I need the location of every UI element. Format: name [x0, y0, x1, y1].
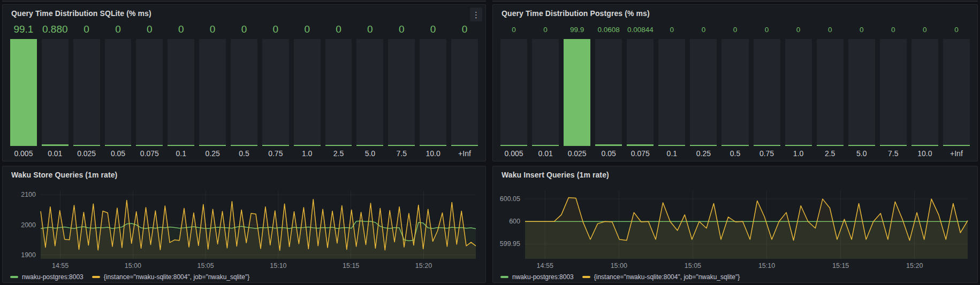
histogram-bucket: 02.5	[817, 22, 844, 160]
y-axis-tick-label: 600.05	[500, 195, 520, 203]
histogram-bucket: 99.90.025	[564, 22, 590, 160]
histogram-bucket: 00.5	[721, 22, 748, 160]
bucket-value: 0	[451, 22, 478, 37]
bucket-bar-track	[42, 39, 69, 146]
legend-series-dash-icon	[500, 276, 508, 278]
histogram-bucket: 02.5	[325, 22, 352, 160]
legend-series-label: nwaku-postgres:8003	[22, 273, 83, 281]
legend-item[interactable]: nwaku-postgres:8003	[500, 273, 574, 281]
histogram-bucket: 00.05	[105, 22, 132, 160]
panel-title: Query Time Distribution SQLite (% ms)	[11, 9, 151, 18]
histogram-bucket: 00.25	[199, 22, 226, 160]
legend: nwaku-postgres:8003{instance="nwaku-sqli…	[3, 271, 485, 282]
legend-item[interactable]: {instance="nwaku-sqlite:8004", job="nwak…	[92, 273, 250, 281]
bucket-label: 5.0	[848, 146, 875, 160]
x-axis-tick-label: 14:55	[52, 262, 69, 269]
panel-edge-above-right	[492, 0, 978, 2]
kebab-vertical-icon: ⋮	[472, 11, 480, 19]
histogram-bucket: 05.0	[356, 22, 383, 160]
bucket-bar-track	[943, 39, 970, 146]
legend-series-dash-icon	[92, 276, 100, 278]
legend-item[interactable]: nwaku-postgres:8003	[10, 273, 83, 281]
histogram-bucket: 0+Inf	[451, 22, 478, 160]
bucket-label: 0.075	[136, 146, 163, 160]
histogram-bucket: 0.008440.075	[627, 22, 654, 160]
bucket-bar-track	[451, 39, 478, 146]
bucket-bar-track	[10, 39, 37, 146]
histogram-bucket: 99.10.005	[10, 22, 37, 160]
bucket-label: +Inf	[943, 146, 970, 160]
bucket-bar-fill	[911, 145, 938, 146]
bucket-value: 0	[420, 22, 446, 37]
legend-series-label: nwaku-postgres:8003	[512, 273, 574, 281]
histogram-bucket: 0.8800.01	[42, 22, 69, 160]
bucket-value: 0	[136, 22, 163, 37]
bucket-bar-fill	[564, 39, 590, 146]
panel-header[interactable]: Query Time Distribution Postgres (% ms)	[493, 5, 977, 22]
bucket-bar-fill	[532, 145, 559, 146]
y-axis-tick-label: 599.95	[500, 240, 520, 248]
bucket-bar-track	[168, 39, 194, 146]
bucket-value: 0	[73, 22, 100, 37]
bucket-label: 0.01	[42, 146, 69, 160]
histogram-bucket: 00.005	[500, 22, 527, 160]
bucket-bar-track	[532, 39, 559, 146]
bucket-bar-track	[595, 39, 622, 146]
bucket-bar-fill	[690, 145, 717, 146]
bucket-label: 0.25	[199, 146, 226, 160]
bucket-bar-fill	[42, 144, 69, 146]
bucket-value: 0	[294, 22, 321, 37]
panel-header[interactable]: Waku Store Queries (1m rate)	[3, 166, 485, 183]
bucket-bar-fill	[451, 145, 478, 146]
timeseries-plot[interactable]: 600.05600599.9514:5515:0015:0515:1015:15…	[493, 183, 977, 271]
bucket-bar-track	[785, 39, 812, 146]
bucket-label: 0.75	[754, 146, 780, 160]
bucket-bar-track	[627, 39, 654, 146]
bucket-value: 0	[105, 22, 132, 37]
legend-series-label: {instance="nwaku-sqlite:8004", job="nwak…	[594, 273, 740, 281]
panel-menu-button[interactable]: ⋮	[470, 7, 482, 21]
panel-header[interactable]: Waku Insert Queries (1m rate)	[493, 166, 977, 183]
bucket-bar-fill	[10, 39, 37, 146]
bucket-label: 0.005	[10, 146, 37, 160]
timeseries-container: 600.05600599.9514:5515:0015:0515:1015:15…	[493, 183, 977, 282]
bucket-bar-track	[754, 39, 780, 146]
bucket-label: 1.0	[294, 146, 321, 160]
histogram-bucket: 0+Inf	[943, 22, 970, 160]
bucket-bar-track	[73, 39, 100, 146]
histogram-bucket: 00.75	[754, 22, 780, 160]
panel-title: Waku Insert Queries (1m rate)	[502, 171, 609, 179]
legend-item[interactable]: {instance="nwaku-sqlite:8004", job="nwak…	[582, 273, 740, 281]
bucket-bar-fill	[420, 145, 446, 146]
bucket-value: 0	[880, 22, 907, 37]
bucket-label: 0.75	[262, 146, 289, 160]
bucket-bar-fill	[880, 145, 907, 146]
bucket-value: 0	[168, 22, 194, 37]
bucket-label: 0.025	[564, 146, 590, 160]
panel-title: Waku Store Queries (1m rate)	[11, 171, 117, 179]
bucket-label: 0.25	[690, 146, 717, 160]
panel-header[interactable]: Query Time Distribution SQLite (% ms) ⋮	[3, 5, 485, 22]
bucket-bar-track	[199, 39, 226, 146]
bucket-value: 0	[532, 22, 559, 37]
bucket-bar-fill	[848, 145, 875, 146]
bucket-bar-fill	[262, 145, 289, 146]
x-axis-tick-label: 15:00	[125, 262, 141, 269]
bucket-value: 0	[388, 22, 415, 37]
bucket-bar-track	[231, 39, 257, 146]
bucket-value: 0	[199, 22, 226, 37]
bucket-label: 0.025	[73, 146, 100, 160]
panel-query-time-sqlite: Query Time Distribution SQLite (% ms) ⋮ …	[2, 4, 486, 161]
bucket-bar-track	[817, 39, 844, 146]
timeseries-plot[interactable]: 21002000190014:5515:0015:0515:1015:1515:…	[3, 183, 485, 271]
x-axis-tick-label: 15:10	[270, 262, 286, 269]
bucket-label: 0.05	[595, 146, 622, 160]
bucket-bar-track	[658, 39, 685, 146]
bucket-bar-fill	[168, 145, 194, 146]
bucket-label: 0.5	[231, 146, 257, 160]
legend-series-label: {instance="nwaku-sqlite:8004", job="nwak…	[104, 273, 250, 281]
histogram-bucket: 00.1	[658, 22, 685, 160]
bucket-value: 0	[911, 22, 938, 37]
bucket-bar-track	[564, 39, 590, 146]
bucket-bar-fill	[627, 144, 654, 146]
